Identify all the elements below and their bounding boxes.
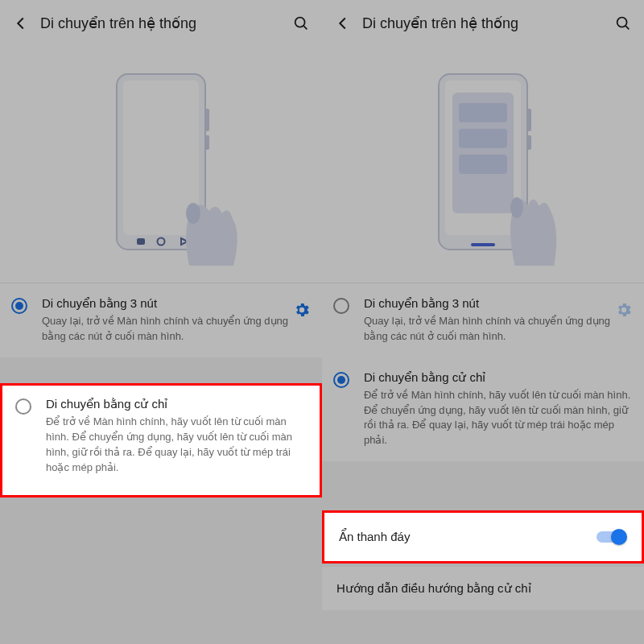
radio-icon[interactable] — [15, 398, 31, 415]
app-header: Di chuyển trên hệ thống — [322, 0, 644, 47]
svg-rect-15 — [459, 103, 507, 122]
option-title: Di chuyển bằng cử chỉ — [46, 397, 307, 411]
svg-rect-16 — [459, 129, 507, 148]
illustration-gesture — [322, 47, 644, 283]
svg-point-21 — [510, 197, 523, 218]
svg-line-1 — [303, 26, 307, 29]
option-title: Di chuyển bằng 3 nút — [364, 296, 615, 311]
page-title: Di chuyển trên hệ thống — [40, 14, 291, 32]
svg-rect-17 — [459, 155, 507, 174]
option-desc: Để trở về Màn hình chính, hãy vuốt lên t… — [46, 415, 307, 475]
svg-rect-19 — [527, 109, 531, 131]
right-screen: Di chuyển trên hệ thống — [322, 0, 644, 644]
search-icon[interactable] — [613, 14, 633, 33]
svg-rect-6 — [137, 238, 145, 245]
option-desc: Để trở về Màn hình chính, hãy vuốt lên t… — [364, 388, 633, 448]
highlighted-option-gesture[interactable]: Di chuyển bằng cử chỉ Để trở về Màn hình… — [0, 383, 322, 497]
hide-bar-label: Ẩn thanh đáy — [339, 530, 597, 544]
hide-bar-toggle[interactable] — [597, 528, 627, 546]
back-icon[interactable] — [11, 14, 31, 33]
svg-rect-4 — [205, 109, 209, 131]
radio-icon[interactable] — [333, 372, 349, 388]
tutorial-label: Hướng dẫn điều hướng bằng cử chỉ — [336, 581, 531, 595]
gear-icon[interactable] — [293, 301, 311, 319]
option-desc: Quay lại, trở về Màn hình chính và chuyể… — [364, 314, 615, 345]
radio-icon[interactable] — [333, 298, 349, 314]
svg-point-0 — [295, 18, 305, 27]
highlighted-hide-bar-row[interactable]: Ẩn thanh đáy — [322, 510, 644, 564]
svg-rect-20 — [527, 135, 531, 150]
svg-point-9 — [186, 203, 200, 224]
svg-point-10 — [617, 18, 627, 27]
gear-icon — [615, 301, 633, 319]
illustration-three-button — [0, 47, 322, 283]
option-title: Di chuyển bằng cử chỉ — [364, 370, 633, 385]
svg-rect-18 — [471, 243, 495, 246]
back-icon[interactable] — [333, 14, 353, 33]
svg-line-11 — [625, 26, 629, 29]
gesture-tutorial-link[interactable]: Hướng dẫn điều hướng bằng cử chỉ — [322, 567, 644, 610]
left-screen: Di chuyển trên hệ thống — [0, 0, 322, 644]
option-desc: Quay lại, trở về Màn hình chính và chuyể… — [42, 314, 293, 345]
option-three-button[interactable]: Di chuyển bằng 3 nút Quay lại, trở về Mà… — [322, 283, 644, 357]
radio-icon[interactable] — [11, 298, 27, 314]
option-gesture[interactable]: Di chuyển bằng cử chỉ Để trở về Màn hình… — [322, 357, 644, 461]
option-title: Di chuyển bằng 3 nút — [42, 296, 293, 311]
app-header: Di chuyển trên hệ thống — [0, 0, 322, 47]
page-title: Di chuyển trên hệ thống — [362, 14, 613, 32]
search-icon[interactable] — [291, 14, 311, 33]
svg-rect-5 — [205, 135, 209, 150]
option-three-button[interactable]: Di chuyển bằng 3 nút Quay lại, trở về Mà… — [0, 283, 322, 357]
